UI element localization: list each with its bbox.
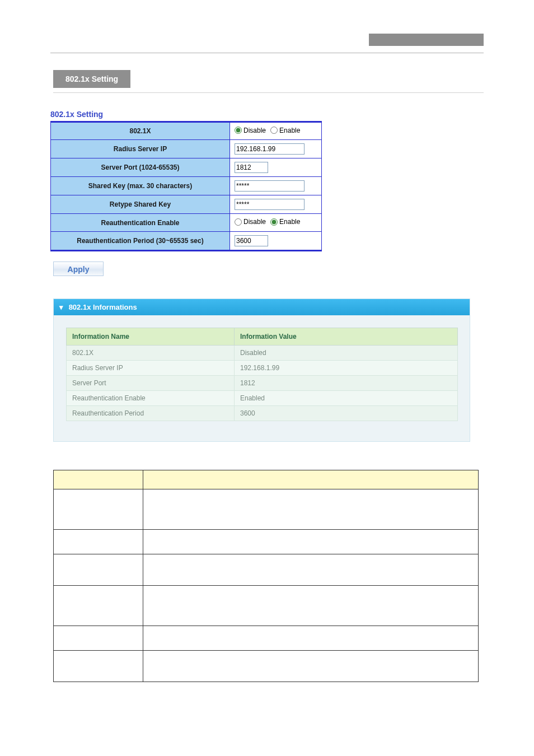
radio-input[interactable] — [235, 127, 242, 134]
radio-input[interactable] — [235, 218, 242, 226]
desc-cell — [143, 530, 479, 554]
setting-value-cell — [230, 232, 322, 251]
settings-table: 802.1XDisableEnableRadius Server IPServe… — [50, 121, 322, 251]
info-row: Server Port1812 — [67, 376, 458, 391]
divider — [53, 92, 484, 93]
info-row: Reauthentication Period3600 — [67, 406, 458, 421]
setting-value-cell — [230, 195, 322, 214]
setting-label: 802.1X — [51, 122, 230, 140]
section-tab: 802.1x Setting — [53, 70, 130, 88]
desc-cell — [54, 554, 143, 586]
info-row: 802.1XDisabled — [67, 346, 458, 361]
section-tab-header: 802.1x Setting — [53, 70, 484, 88]
setting-value-cell — [230, 140, 322, 158]
info-value: 192.168.1.99 — [235, 361, 458, 376]
desc-cell — [54, 626, 143, 651]
setting-label: Server Port (1024-65535) — [51, 158, 230, 177]
info-name: 802.1X — [67, 346, 235, 361]
top-bar-accent — [369, 34, 484, 46]
radio-label: Disable — [243, 127, 266, 134]
desc-cell — [54, 586, 143, 626]
setting-label: Radius Server IP — [51, 140, 230, 158]
desc-header-2 — [143, 470, 479, 489]
radio-option-disable[interactable]: Disable — [235, 127, 266, 134]
info-col-name: Information Name — [67, 328, 235, 346]
radio-label: Enable — [279, 127, 300, 134]
divider — [50, 53, 484, 53]
desc-header-1 — [54, 470, 143, 489]
desc-row — [54, 626, 479, 651]
radio-option-enable[interactable]: Enable — [270, 218, 300, 226]
info-value: Disabled — [235, 346, 458, 361]
setting-value-cell: DisableEnable — [230, 214, 322, 232]
chevron-down-icon: ▾ — [59, 303, 63, 311]
settings-title: 802.1x Setting — [50, 110, 534, 119]
desc-row — [54, 554, 479, 586]
radio-label: Enable — [279, 218, 300, 226]
desc-row — [54, 586, 479, 626]
info-name: Reauthentication Period — [67, 406, 235, 421]
desc-row — [54, 530, 479, 554]
text-input[interactable] — [235, 162, 268, 173]
desc-cell — [143, 489, 479, 530]
radio-label: Disable — [243, 218, 266, 226]
desc-cell — [54, 651, 143, 682]
password-input[interactable] — [235, 180, 305, 192]
setting-value-cell — [230, 177, 322, 195]
setting-label: Retype Shared Key — [51, 195, 230, 214]
info-panel-title: 802.1x Informations — [69, 303, 137, 311]
desc-cell — [143, 554, 479, 586]
info-panel: ▾ 802.1x Informations Information Name I… — [53, 298, 470, 442]
desc-cell — [143, 586, 479, 626]
text-input[interactable] — [235, 143, 305, 155]
setting-value-cell — [230, 158, 322, 177]
info-panel-header[interactable]: ▾ 802.1x Informations — [54, 299, 470, 315]
info-name: Reauthentication Enable — [67, 391, 235, 406]
desc-cell — [143, 626, 479, 651]
setting-value-cell: DisableEnable — [230, 122, 322, 140]
text-input[interactable] — [235, 235, 268, 246]
info-col-value: Information Value — [235, 328, 458, 346]
info-value: 3600 — [235, 406, 458, 421]
top-bar — [50, 34, 484, 50]
info-name: Server Port — [67, 376, 235, 391]
radio-input[interactable] — [270, 218, 278, 226]
info-row: Radius Server IP192.168.1.99 — [67, 361, 458, 376]
password-input[interactable] — [235, 199, 305, 210]
description-table — [53, 470, 479, 682]
info-value: Enabled — [235, 391, 458, 406]
desc-cell — [54, 530, 143, 554]
radio-option-enable[interactable]: Enable — [270, 127, 300, 134]
info-table: Information Name Information Value 802.1… — [66, 328, 458, 421]
desc-cell — [143, 651, 479, 682]
desc-row — [54, 489, 479, 530]
desc-row — [54, 651, 479, 682]
info-row: Reauthentication EnableEnabled — [67, 391, 458, 406]
radio-input[interactable] — [270, 127, 278, 134]
info-name: Radius Server IP — [67, 361, 235, 376]
setting-label: Reauthentication Period (30~65535 sec) — [51, 232, 230, 251]
radio-option-disable[interactable]: Disable — [235, 218, 266, 226]
info-value: 1812 — [235, 376, 458, 391]
apply-button[interactable]: Apply — [53, 262, 104, 276]
desc-cell — [54, 489, 143, 530]
setting-label: Shared Key (max. 30 characters) — [51, 177, 230, 195]
setting-label: Reauthentication Enable — [51, 214, 230, 232]
